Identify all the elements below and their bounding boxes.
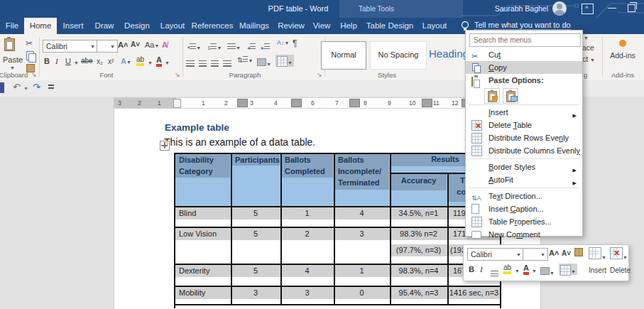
- font-color-button[interactable]: A: [156, 55, 162, 67]
- menu-item-insert-caption[interactable]: Insert Caption...: [466, 202, 582, 215]
- tab-layout[interactable]: Layout: [155, 18, 190, 34]
- subscript-button[interactable]: x₂: [97, 58, 103, 65]
- tab-design[interactable]: Design: [119, 18, 155, 34]
- align-right-button[interactable]: [211, 57, 219, 70]
- shrink-font-button[interactable]: A˅: [131, 40, 140, 48]
- paste-button[interactable]: Paste ▼: [4, 38, 15, 51]
- menu-item-border-styles[interactable]: Border Styles ▶: [466, 161, 582, 173]
- ruler-margin-area: [114, 98, 176, 108]
- paste-keep-formatting-button[interactable]: [484, 88, 500, 104]
- underline-button[interactable]: U: [65, 57, 71, 65]
- avatar[interactable]: [552, 1, 567, 16]
- decrease-indent-button[interactable]: ◂: [247, 40, 256, 53]
- change-case-button[interactable]: Aa▼: [145, 40, 159, 49]
- indent-marker[interactable]: [173, 99, 181, 108]
- menu-item-cut[interactable]: ✂ Cut: [466, 48, 582, 61]
- menu-item-copy[interactable]: Copy: [466, 61, 582, 74]
- mini-format-painter-icon[interactable]: [574, 248, 583, 256]
- menu-item-new-comment[interactable]: New Comment: [466, 228, 582, 241]
- menu-item-text-direction[interactable]: ⇅A Text Direction...: [466, 190, 582, 202]
- numbering-button[interactable]: 1▼: [207, 40, 222, 53]
- ribbon-display-options-icon[interactable]: ˄: [582, 4, 594, 14]
- tab-draw[interactable]: Draw: [89, 18, 119, 34]
- table-move-handle[interactable]: [160, 141, 170, 151]
- minimize-button[interactable]: —: [608, 3, 616, 13]
- superscript-button[interactable]: x²: [108, 58, 114, 65]
- multilevel-list-button[interactable]: ▼: [227, 40, 241, 53]
- copy-icon[interactable]: [26, 51, 34, 60]
- clear-formatting-button[interactable]: A̸: [162, 40, 168, 49]
- mini-font-name-combo[interactable]: Calibri ▼: [467, 248, 524, 261]
- clipboard-dialog-launcher[interactable]: ↘: [31, 71, 37, 78]
- redo-icon[interactable]: ↷: [33, 82, 40, 92]
- tab-table-layout[interactable]: Layout: [416, 18, 453, 34]
- menu-search-input[interactable]: [469, 33, 581, 47]
- bullets-button[interactable]: •▼: [187, 40, 201, 53]
- tab-table-design[interactable]: Table Design: [364, 18, 416, 34]
- menu-item-distribute-rows[interactable]: Distribute Rows Evenly: [466, 131, 582, 144]
- menu-item-distribute-columns[interactable]: Distribute Columns Evenly: [466, 144, 582, 157]
- justify-button[interactable]: [223, 57, 231, 70]
- column-marker[interactable]: [237, 99, 248, 107]
- show-marks-button[interactable]: ¶: [293, 38, 297, 48]
- highlight-button[interactable]: ab: [136, 55, 144, 66]
- shading-button[interactable]: ▼: [257, 56, 271, 69]
- menu-item-table-properties[interactable]: Table Properties...: [466, 215, 582, 228]
- grow-font-button[interactable]: A˄: [118, 40, 128, 49]
- line-spacing-button[interactable]: ⇅▼: [237, 56, 253, 64]
- column-marker[interactable]: [349, 99, 360, 107]
- text-direction-icon: ⇅A: [471, 191, 482, 201]
- column-marker[interactable]: [422, 99, 432, 107]
- style-normal[interactable]: Normal: [321, 41, 366, 70]
- column-marker[interactable]: [291, 99, 302, 107]
- mini-justify-button[interactable]: [491, 267, 498, 280]
- font-name-combo[interactable]: Calibri ▼: [43, 40, 98, 53]
- mini-shrink-font-button[interactable]: A˅: [562, 249, 571, 257]
- paste-picture-button[interactable]: [503, 88, 518, 104]
- col-header: Participants: [235, 156, 280, 164]
- tell-me-box[interactable]: Tell me what you want to do: [474, 21, 571, 30]
- tab-file[interactable]: File: [0, 18, 24, 34]
- undo-icon[interactable]: ↶: [13, 82, 21, 92]
- mini-borders-button[interactable]: ▼: [559, 264, 577, 275]
- tab-mailings[interactable]: Mailings: [234, 18, 274, 34]
- italic-button[interactable]: I: [55, 57, 58, 65]
- text-effects-button[interactable]: A▼: [121, 57, 131, 65]
- menu-item-delete-table[interactable]: ✕ Delete Table: [466, 119, 582, 131]
- paragraph-dialog-launcher[interactable]: ↘: [317, 71, 322, 78]
- cut-icon[interactable]: ✂: [26, 38, 33, 48]
- mini-font-color-button[interactable]: A: [523, 264, 529, 275]
- mini-insert-button[interactable]: ▼: [589, 247, 606, 262]
- align-center-button[interactable]: [199, 57, 207, 70]
- mini-delete-button[interactable]: ✕▼: [610, 247, 628, 262]
- mini-highlight-button[interactable]: ab: [503, 264, 511, 274]
- add-ins-button[interactable]: Add-ins: [605, 37, 640, 60]
- borders-button[interactable]: ▼: [275, 55, 294, 67]
- menu-item-insert[interactable]: Insert ▶: [466, 106, 582, 119]
- user-name[interactable]: Saurabh Baghel: [489, 0, 548, 18]
- tab-references[interactable]: References: [190, 18, 234, 34]
- customize-qat-icon[interactable]: [48, 85, 54, 86]
- tab-home[interactable]: Home: [24, 18, 57, 34]
- tab-help[interactable]: Help: [335, 18, 362, 34]
- mini-font-size-combo[interactable]: ▼: [523, 248, 548, 261]
- font-size-combo[interactable]: ▼: [97, 40, 118, 53]
- tab-review[interactable]: Review: [274, 18, 308, 34]
- undo-dropdown-caret[interactable]: ▼: [23, 86, 28, 91]
- sort-button[interactable]: A↓▼: [277, 39, 289, 46]
- save-icon[interactable]: [0, 82, 4, 93]
- increase-indent-button[interactable]: ▸: [261, 40, 270, 53]
- style-no-spacing[interactable]: No Spacing: [370, 41, 427, 70]
- font-dialog-launcher[interactable]: ↘: [175, 71, 180, 78]
- tab-view[interactable]: View: [308, 18, 335, 34]
- bold-button[interactable]: B: [44, 57, 50, 65]
- strikethrough-button[interactable]: abe: [81, 57, 93, 65]
- mini-shading-button[interactable]: ▼: [540, 265, 555, 278]
- mini-bold-button[interactable]: B: [469, 265, 474, 273]
- restore-button[interactable]: [628, 4, 635, 12]
- mini-grow-font-button[interactable]: A˄: [549, 249, 559, 257]
- tab-insert[interactable]: Insert: [57, 18, 89, 34]
- mini-italic-button[interactable]: I: [480, 265, 483, 273]
- align-left-button[interactable]: [186, 57, 195, 70]
- menu-item-autofit[interactable]: AutoFit ▶: [466, 173, 582, 186]
